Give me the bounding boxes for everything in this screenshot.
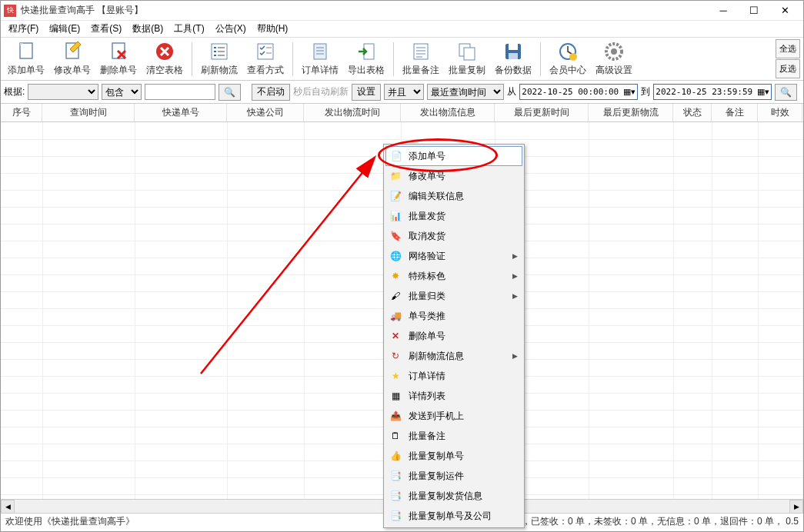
root-field-select[interactable] bbox=[28, 84, 98, 100]
toolbar-separator bbox=[192, 42, 192, 76]
ctx-delete[interactable]: ✕删除单号 bbox=[385, 326, 522, 346]
menu-view[interactable]: 查看(S) bbox=[86, 21, 126, 37]
ctx-cancelship[interactable]: 🔖取消发货 bbox=[385, 226, 522, 246]
cancel-icon: 🔖 bbox=[389, 229, 402, 243]
ctx-modify[interactable]: 📁修改单号 bbox=[385, 166, 522, 186]
col-lastupdate[interactable]: 最后更新时间 bbox=[495, 104, 589, 121]
status-counts: 共：0 单，已签收：0 单，未签收：0 单，无信息：0 单，退回件：0 单， 0… bbox=[486, 515, 799, 528]
col-index[interactable]: 序号 bbox=[1, 104, 42, 121]
toolbar-add[interactable]: 添加单号 bbox=[4, 39, 48, 79]
col-time[interactable]: 时效 bbox=[758, 104, 802, 121]
context-menu: 📄添加单号 📁修改单号 📝编辑关联信息 📊批量发货 🔖取消发货 🌐网络验证▶ ✸… bbox=[383, 144, 525, 528]
ctx-copyshipinfo[interactable]: 📑批量复制发货信息 bbox=[385, 486, 522, 506]
select-all-button[interactable]: 全选 bbox=[776, 39, 800, 58]
svg-rect-12 bbox=[509, 44, 518, 50]
menu-tool[interactable]: 工具(T) bbox=[169, 21, 209, 37]
col-lastlog[interactable]: 最后更新物流 bbox=[589, 104, 673, 121]
root-label: 根据: bbox=[4, 85, 25, 98]
svg-rect-6 bbox=[314, 44, 326, 59]
contain-select[interactable]: 包含 bbox=[102, 84, 142, 100]
calendar-icon[interactable]: ▦▾ bbox=[757, 87, 769, 97]
menu-edit[interactable]: 编辑(E) bbox=[45, 21, 85, 37]
ctx-classify[interactable]: 🖌批量归类▶ bbox=[385, 286, 522, 306]
ctx-editrel[interactable]: 📝编辑关联信息 bbox=[385, 186, 522, 206]
col-trackno[interactable]: 快递单号 bbox=[135, 104, 227, 121]
toolbar-detail[interactable]: 订单详情 bbox=[298, 39, 342, 79]
and-select[interactable]: 并且 bbox=[384, 84, 424, 100]
save-icon bbox=[502, 41, 524, 62]
brush-icon: 🖌 bbox=[389, 289, 402, 303]
scroll-right-arrow[interactable]: ▶ bbox=[789, 500, 803, 514]
toolbar-member[interactable]: 会员中心 bbox=[545, 39, 590, 79]
ctx-refresh[interactable]: ↻刷新物流信息▶ bbox=[385, 346, 522, 366]
search-button[interactable]: 🔍 bbox=[219, 84, 241, 101]
page-icon: 📄 bbox=[389, 149, 403, 163]
col-sendinfo[interactable]: 发出物流信息 bbox=[401, 104, 495, 121]
close-button[interactable]: ✕ bbox=[769, 2, 800, 20]
toolbar-export[interactable]: 导出表格 bbox=[344, 39, 389, 79]
calendar-icon[interactable]: ▦▾ bbox=[623, 87, 636, 97]
status-welcome: 欢迎使用《快递批量查询高手》 bbox=[5, 515, 135, 528]
x-icon: ✕ bbox=[389, 329, 402, 343]
toolbar-copy[interactable]: 批量复制 bbox=[445, 39, 489, 79]
svg-rect-10 bbox=[464, 48, 475, 60]
date-to-field[interactable]: ▦▾ bbox=[653, 84, 772, 100]
ctx-batchremark[interactable]: 🗒批量备注 bbox=[385, 426, 522, 446]
titlebar: 快 快递批量查询高手 【昱账号】 ─ ☐ ✕ bbox=[1, 1, 803, 21]
maximize-button[interactable]: ☐ bbox=[739, 2, 769, 20]
col-sendtime[interactable]: 发出物流时间 bbox=[304, 104, 401, 121]
col-remark[interactable]: 备注 bbox=[712, 104, 758, 121]
toolbar-advanced[interactable]: 高级设置 bbox=[592, 39, 636, 79]
invert-select-button[interactable]: 反选 bbox=[776, 59, 800, 78]
lastquery-select[interactable]: 最近查询时间 bbox=[427, 84, 504, 100]
page-add-icon bbox=[15, 41, 37, 62]
filter-bar: 根据: 包含 🔍 不启动 秒后自动刷新 设置 并且 最近查询时间 从 ▦▾ 到 … bbox=[1, 81, 803, 104]
toolbar-backup[interactable]: 备份数据 bbox=[491, 39, 535, 79]
copy-icon: 📑 bbox=[389, 509, 402, 523]
toolbar-refresh[interactable]: 刷新物流 bbox=[197, 39, 242, 79]
ctx-netverify[interactable]: 🌐网络验证▶ bbox=[385, 246, 522, 266]
ctx-copyship[interactable]: 📑批量复制运件 bbox=[385, 466, 522, 486]
export-icon bbox=[355, 41, 377, 62]
date-from-field[interactable]: ▦▾ bbox=[519, 84, 638, 100]
svg-point-18 bbox=[611, 48, 617, 55]
menu-notice[interactable]: 公告(X) bbox=[211, 21, 251, 37]
submenu-arrow-icon: ▶ bbox=[512, 352, 518, 360]
toolbar-viewmode[interactable]: 查看方式 bbox=[243, 39, 288, 79]
scroll-left-arrow[interactable]: ◀ bbox=[1, 500, 15, 514]
toolbar-delete[interactable]: 删除单号 bbox=[96, 39, 141, 79]
setting-button[interactable]: 设置 bbox=[352, 84, 381, 101]
ctx-detaillist[interactable]: ▦详情列表 bbox=[385, 386, 522, 406]
col-querytime[interactable]: 查询时间 bbox=[42, 104, 135, 121]
list-check-icon bbox=[209, 41, 230, 62]
ctx-add[interactable]: 📄添加单号 bbox=[385, 146, 522, 166]
ctx-orderdetail[interactable]: ★订单详情 bbox=[385, 366, 522, 386]
minimize-button[interactable]: ─ bbox=[708, 2, 739, 20]
ctx-batchship[interactable]: 📊批量发货 bbox=[385, 206, 522, 226]
star-icon: ★ bbox=[389, 369, 402, 383]
copy-icon: 📑 bbox=[389, 469, 402, 483]
col-company[interactable]: 快递公司 bbox=[227, 104, 304, 121]
date-to-input[interactable] bbox=[656, 87, 756, 97]
window-title: 快递批量查询高手 【昱账号】 bbox=[21, 4, 708, 17]
detail-icon bbox=[309, 41, 331, 62]
col-status[interactable]: 状态 bbox=[673, 104, 712, 121]
edit-icon: 📝 bbox=[389, 189, 402, 203]
thumb-icon: 👍 bbox=[389, 449, 402, 463]
grid-icon: ▦ bbox=[389, 389, 402, 403]
menu-program[interactable]: 程序(F) bbox=[4, 21, 43, 37]
menu-data[interactable]: 数据(B) bbox=[128, 21, 168, 37]
ctx-color[interactable]: ✸特殊标色▶ bbox=[385, 266, 522, 286]
menu-help[interactable]: 帮助(H) bbox=[252, 21, 293, 37]
ctx-copytrack[interactable]: 👍批量复制单号 bbox=[385, 446, 522, 466]
ctx-copyall[interactable]: 📑批量复制单号及公司 bbox=[385, 506, 522, 526]
date-from-input[interactable] bbox=[522, 87, 622, 97]
ctx-sendphone[interactable]: 📤发送到手机上 bbox=[385, 406, 522, 426]
nostart-button[interactable]: 不启动 bbox=[252, 84, 290, 101]
search-date-button[interactable]: 🔍 bbox=[775, 84, 797, 101]
toolbar-modify[interactable]: 修改单号 bbox=[50, 39, 95, 79]
filter-text-input[interactable] bbox=[145, 84, 215, 100]
ctx-analogize[interactable]: 🚚单号类推 bbox=[385, 306, 522, 326]
toolbar-clear[interactable]: 清空表格 bbox=[142, 39, 187, 79]
toolbar-remark[interactable]: 批量备注 bbox=[399, 39, 443, 79]
